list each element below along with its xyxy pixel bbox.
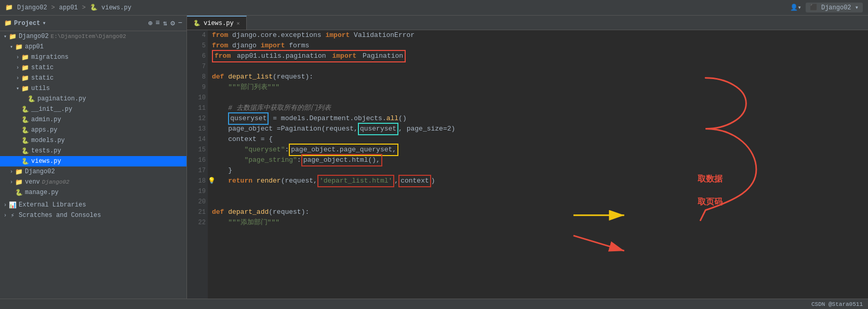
code-line-19: [212, 186, 864, 197]
tab-bar: 🐍 views.py ✕: [187, 16, 868, 30]
tree-item-pagination[interactable]: 🐍 pagination.py: [0, 94, 186, 104]
quseryset-box: quseryset: [228, 112, 269, 125]
expand-arrow: ›: [8, 169, 15, 175]
tree-item-init[interactable]: 🐍 __init__.py: [0, 104, 186, 114]
code-line-17: }: [212, 165, 864, 176]
collapse-icon[interactable]: ≡: [155, 19, 159, 28]
tree-item-models[interactable]: 🐍 models.py: [0, 135, 186, 146]
folder-icon: 📁: [21, 53, 29, 61]
file-icon: 🐍: [90, 4, 98, 11]
code-line-14: context = {: [212, 134, 864, 145]
tree-item-label: venv: [25, 178, 40, 186]
tree-item-utils[interactable]: ▾ 📁 utils: [0, 83, 186, 94]
context-box: context: [398, 175, 431, 187]
py-file-icon: 🐍: [21, 136, 29, 145]
code-line-18: ⚡ 💡 return render (request, 'depart_list…: [212, 176, 864, 186]
code-line-12: quseryset = models. Department .objects.…: [212, 113, 864, 124]
editor-container: 4 5 6 7 8 9 10 11 12 13 14 15 16 17 18 1…: [187, 30, 868, 299]
depart-html-box: 'depart_list.html': [317, 175, 394, 187]
code-line-21: ◆ def depart_add (request):: [212, 207, 864, 217]
library-icon: 📊: [8, 201, 17, 209]
tree-item-label: Django02: [25, 168, 55, 175]
expand-arrow: ›: [8, 179, 15, 185]
title-breadcrumb: 📁 Django02 > app01 > 🐍 views.py: [5, 4, 131, 11]
breadcrumb-file: 🐍 views.py: [90, 4, 131, 11]
code-editor[interactable]: 4 5 6 7 8 9 10 11 12 13 14 15 16 17 18 1…: [187, 30, 868, 299]
project-icon: 📁: [5, 4, 13, 11]
page-html-box: page_object.html(),: [301, 154, 382, 166]
bottom-bar: CSDN @Stara0511: [0, 299, 868, 309]
code-line-6: ◆ from app01.utils.pagination import Pag…: [212, 51, 864, 61]
tree-item-label: app01: [25, 43, 44, 50]
tree-item-migrations[interactable]: › 📁 migrations: [0, 52, 186, 62]
tree-item-apps[interactable]: 🐍 apps.py: [0, 125, 186, 135]
expand-arrow: ›: [15, 65, 21, 71]
code-line-22: """添加部门""": [212, 217, 864, 228]
tree-item-label: models.py: [31, 137, 65, 144]
code-line-11: # 去数据库中获取所有的部门列表: [212, 103, 864, 113]
expand-arrow: ▾: [2, 33, 8, 40]
tree-item-label: __init__.py: [31, 106, 72, 113]
tree-item-manage[interactable]: 🐍 manage.py: [0, 187, 186, 198]
tab-views-py[interactable]: 🐍 views.py ✕: [187, 16, 247, 30]
tab-file-icon: 🐍: [193, 20, 201, 27]
title-bar-right: 👤▾ ⬛ Django02 ▾: [790, 3, 863, 12]
folder-icon: 📁: [15, 168, 23, 176]
tree-item-views[interactable]: 🐍 views.py: [0, 156, 186, 166]
tree-item-label: static: [31, 64, 54, 71]
tree-item-app01[interactable]: ▾ 📁 app01: [0, 42, 186, 52]
tree-item-label: apps.py: [31, 126, 57, 134]
tree-item-scratches[interactable]: › ⚡ Scratches and Consoles: [0, 210, 186, 221]
settings-icon[interactable]: ⚙: [170, 19, 175, 28]
tree-item-external-libs[interactable]: › 📊 External Libraries: [0, 200, 186, 210]
tree-item-label: migrations: [31, 54, 69, 61]
tree-item-static[interactable]: › 📁 static: [0, 62, 186, 73]
chevron-down-icon: ▾: [855, 4, 859, 11]
code-line-7: [212, 61, 864, 72]
code-line-16: "page_string" : page_object.html(),: [212, 155, 864, 165]
user-icon[interactable]: 👤▾: [790, 4, 802, 11]
tree-item-label: Scratches and Consoles: [19, 212, 101, 219]
py-file-icon: 🐍: [21, 105, 29, 113]
folder-icon: 📁: [21, 63, 29, 72]
breadcrumb-django02[interactable]: Django02: [17, 4, 47, 11]
file-tree: ▾ 📁 Django02 E:\DjangoItem\Django02 ▾ 📁 …: [0, 31, 186, 299]
tree-item-tests[interactable]: 🐍 tests.py: [0, 146, 186, 156]
annotation-qudeshuju: 取数据: [698, 174, 723, 185]
py-file-icon: 🐍: [21, 115, 29, 124]
console-icon: ⚡: [8, 211, 17, 220]
code-line-9: """部门列表""": [212, 82, 864, 93]
line-numbers: 4 5 6 7 8 9 10 11 12 13 14 15 16 17 18 1…: [187, 30, 208, 299]
svg-line-3: [573, 236, 624, 251]
project-selector[interactable]: ⬛ Django02 ▾: [806, 3, 863, 12]
breadcrumb-app01[interactable]: app01: [59, 4, 78, 11]
folder-icon: 📁: [21, 74, 29, 82]
folder-icon: 📁: [15, 178, 23, 186]
tree-item-label: tests.py: [31, 147, 61, 154]
annotation-quyema: 取页码: [698, 197, 723, 208]
tree-item-templates[interactable]: › 📁 static: [0, 73, 186, 83]
tree-item-venv[interactable]: › 📁 venv Django02: [0, 177, 186, 187]
tree-item-admin[interactable]: 🐍 admin.py: [0, 114, 186, 125]
close-icon[interactable]: −: [178, 19, 182, 28]
py-file-icon: 🐍: [15, 188, 23, 197]
sort-icon[interactable]: ⇅: [163, 19, 167, 28]
code-line-13: page_object = Pagination(request, qusery…: [212, 124, 864, 134]
tree-item-label: External Libraries: [19, 201, 86, 209]
folder-icon: 📁: [21, 84, 29, 93]
folder-icon: 📁: [15, 43, 23, 51]
tree-item-django02[interactable]: ▾ 📁 Django02 E:\DjangoItem\Django02: [0, 31, 186, 42]
code-line-10: [212, 93, 864, 103]
expand-arrow: ›: [15, 75, 21, 81]
tab-close-icon[interactable]: ✕: [237, 20, 240, 27]
tree-item-label: admin.py: [31, 116, 61, 123]
tree-item-django02-sub[interactable]: › 📁 Django02: [0, 166, 186, 177]
tree-item-label: manage.py: [25, 189, 59, 196]
py-file-icon: 🐍: [21, 147, 29, 155]
locate-icon[interactable]: ⊕: [148, 19, 152, 28]
code-line-8: ◆ def depart_list (request):: [212, 72, 864, 82]
code-line-5: from django import forms: [212, 41, 864, 51]
code-content[interactable]: from django.core.exceptions import Valid…: [208, 30, 868, 299]
sidebar: 📁 Project ▾ ⊕ ≡ ⇅ ⚙ − ▾ 📁 Django02 E:\Dj…: [0, 16, 187, 299]
chevron-down-icon: ▾: [42, 19, 46, 27]
